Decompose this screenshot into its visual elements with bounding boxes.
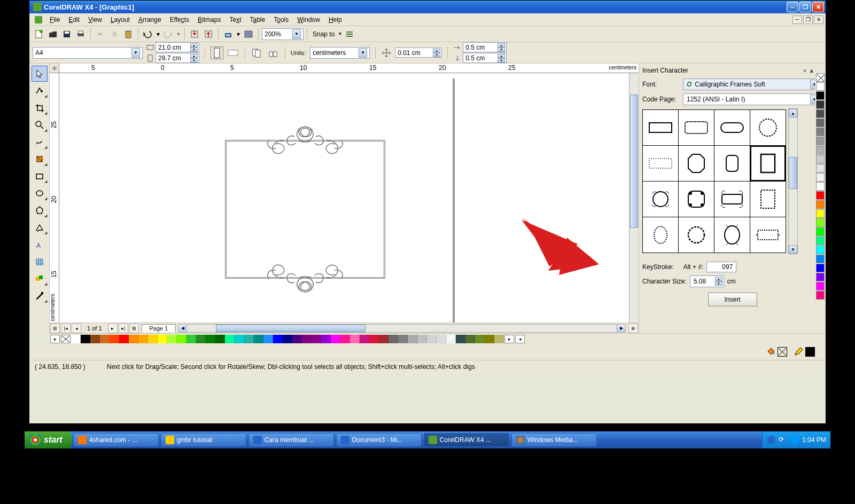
docker-collapse-button[interactable]: ▲ xyxy=(809,67,815,74)
palette-swatch[interactable] xyxy=(283,335,292,343)
side-swatch[interactable] xyxy=(816,100,825,109)
side-swatch[interactable] xyxy=(816,164,825,172)
palette-swatch[interactable] xyxy=(388,335,398,343)
palette-swatch[interactable] xyxy=(186,335,196,343)
char-cell[interactable] xyxy=(714,146,750,181)
char-size-spin[interactable]: 5.08▲▼ xyxy=(690,275,724,287)
taskbar-item[interactable]: gmbr tutorial xyxy=(161,433,246,447)
palette-swatch[interactable] xyxy=(158,335,167,343)
mdi-restore[interactable]: ❐ xyxy=(803,15,813,24)
palette-swatch[interactable] xyxy=(206,335,215,343)
palette-swatch[interactable] xyxy=(148,335,158,343)
next-page-button[interactable]: ▸ xyxy=(108,324,118,333)
palette-swatch[interactable] xyxy=(225,335,235,343)
side-swatch[interactable] xyxy=(816,109,825,118)
interactive-tool[interactable]: ◢ xyxy=(32,271,48,287)
portrait-button[interactable] xyxy=(211,46,223,59)
paper-size-combo[interactable]: A4▼ xyxy=(33,47,143,59)
page-height-spin[interactable]: 29.7 cm▲▼ xyxy=(156,53,199,63)
units-combo[interactable]: centimeters▼ xyxy=(310,47,370,59)
mdi-minimize[interactable]: ─ xyxy=(792,15,802,24)
drawing-canvas[interactable] xyxy=(59,73,629,322)
menu-help[interactable]: Help xyxy=(324,16,346,23)
side-swatch[interactable] xyxy=(816,273,825,281)
first-page-button[interactable]: |◂ xyxy=(61,324,71,333)
keystroke-input[interactable] xyxy=(706,262,736,272)
char-cell[interactable] xyxy=(643,217,678,253)
mdi-close[interactable]: ✕ xyxy=(814,15,823,24)
palette-swatch[interactable] xyxy=(90,335,100,343)
menu-arrange[interactable]: Arrange xyxy=(134,16,166,23)
snap-dropdown[interactable]: ▼ xyxy=(338,32,342,36)
palette-swatch[interactable] xyxy=(167,335,177,343)
last-page-button[interactable]: ▸| xyxy=(119,324,128,333)
text-tool[interactable]: A xyxy=(32,237,48,253)
palette-swatch[interactable] xyxy=(81,335,90,343)
table-tool[interactable] xyxy=(32,254,48,270)
polygon-tool[interactable]: ◢ xyxy=(32,202,48,218)
copy-button[interactable]: ⎘ xyxy=(108,28,121,41)
side-swatch[interactable] xyxy=(816,291,825,300)
menu-text[interactable]: Text xyxy=(225,16,245,23)
menu-edit[interactable]: Edit xyxy=(64,16,84,23)
new-button[interactable] xyxy=(33,28,45,41)
side-swatch[interactable] xyxy=(816,264,825,272)
menu-table[interactable]: Table xyxy=(246,16,270,23)
snap-label[interactable]: Snap to xyxy=(310,30,337,38)
chevron-down-icon[interactable]: ▼ xyxy=(292,29,301,39)
char-cell[interactable] xyxy=(679,182,714,217)
palette-swatch[interactable] xyxy=(71,335,81,343)
palette-swatch[interactable] xyxy=(244,335,254,343)
pick-tool[interactable] xyxy=(32,66,48,82)
smart-fill-tool[interactable]: ◢ xyxy=(32,151,48,167)
char-cell[interactable] xyxy=(679,110,714,145)
cut-button[interactable]: ✂ xyxy=(94,28,107,41)
char-grid-scrollbar[interactable]: ▲▼ xyxy=(788,108,798,254)
horizontal-scrollbar[interactable]: ◀ ▶ xyxy=(178,324,626,333)
side-swatch[interactable] xyxy=(816,227,825,236)
palette-swatch[interactable] xyxy=(321,335,331,343)
add-page-after-button[interactable]: ⊞ xyxy=(129,324,139,333)
app-menu-icon[interactable] xyxy=(34,15,43,25)
char-cell[interactable] xyxy=(714,110,750,145)
char-cell[interactable] xyxy=(679,217,714,253)
system-tray[interactable]: ⟳ 1:04 PM xyxy=(762,431,830,448)
view-navigator-button[interactable]: ⊕ xyxy=(628,324,638,333)
welcome-button[interactable] xyxy=(242,28,255,41)
palette-scroll-right[interactable]: ▸ xyxy=(504,335,514,343)
palette-swatch[interactable] xyxy=(465,335,475,343)
palette-swatch[interactable] xyxy=(417,335,427,343)
palette-swatches[interactable] xyxy=(71,335,504,343)
palette-swatch[interactable] xyxy=(292,335,302,343)
menu-bitmaps[interactable]: Bitmaps xyxy=(193,16,225,23)
palette-swatch[interactable] xyxy=(312,335,321,343)
vertical-scrollbar[interactable] xyxy=(629,73,639,322)
palette-swatch[interactable] xyxy=(119,335,129,343)
side-swatch[interactable] xyxy=(816,82,825,91)
side-swatch[interactable] xyxy=(816,155,825,163)
zoom-combo[interactable]: 200%▼ xyxy=(262,28,304,40)
palette-options-button[interactable]: ▸ xyxy=(50,335,60,343)
add-page-button[interactable]: ⊞ xyxy=(50,324,60,333)
tray-icon[interactable] xyxy=(790,436,799,444)
side-swatch[interactable] xyxy=(816,282,825,290)
palette-swatch[interactable] xyxy=(360,335,369,343)
outline-color-indicator[interactable] xyxy=(805,347,815,357)
menu-view[interactable]: View xyxy=(84,16,106,23)
palette-swatch[interactable] xyxy=(408,335,417,343)
undo-dropdown[interactable]: ▾ xyxy=(156,28,161,41)
taskbar-item[interactable]: Windows Media... xyxy=(511,433,597,447)
open-button[interactable] xyxy=(46,28,59,41)
char-cell[interactable] xyxy=(643,182,678,217)
duplicate-y-spin[interactable]: 0.5 cm▲▼ xyxy=(463,53,507,63)
paste-button[interactable] xyxy=(122,28,135,41)
page-tab[interactable]: Page 1 xyxy=(142,324,176,332)
close-button[interactable]: ✕ xyxy=(812,2,824,12)
character-grid[interactable] xyxy=(642,109,786,253)
palette-swatch[interactable] xyxy=(331,335,340,343)
side-swatch[interactable] xyxy=(816,119,825,127)
char-cell[interactable] xyxy=(750,182,786,217)
palette-swatch[interactable] xyxy=(379,335,388,343)
crop-tool[interactable]: ◢ xyxy=(32,100,48,116)
side-swatch[interactable] xyxy=(816,209,825,218)
